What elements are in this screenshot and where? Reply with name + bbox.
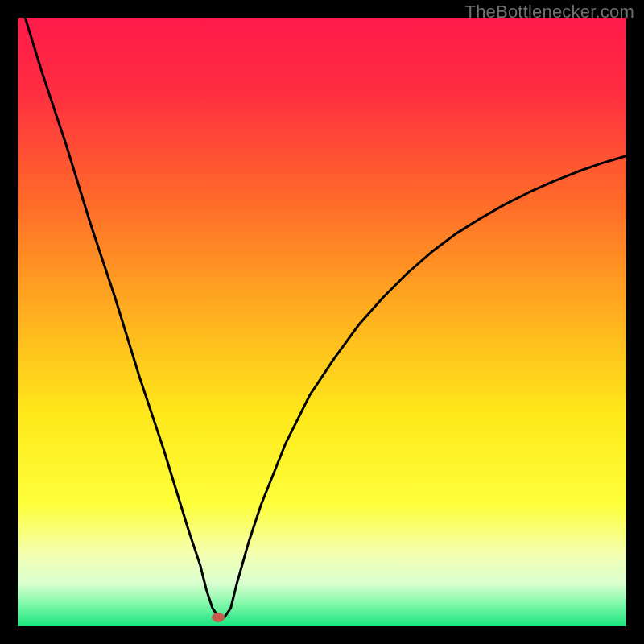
- chart-frame: TheBottlenecker.com: [0, 0, 644, 644]
- bottleneck-curve-path: [18, 18, 626, 617]
- curve-layer: [18, 18, 626, 626]
- plot-area: [18, 18, 626, 626]
- watermark-text: TheBottlenecker.com: [465, 2, 634, 23]
- optimal-point-marker: [212, 613, 225, 622]
